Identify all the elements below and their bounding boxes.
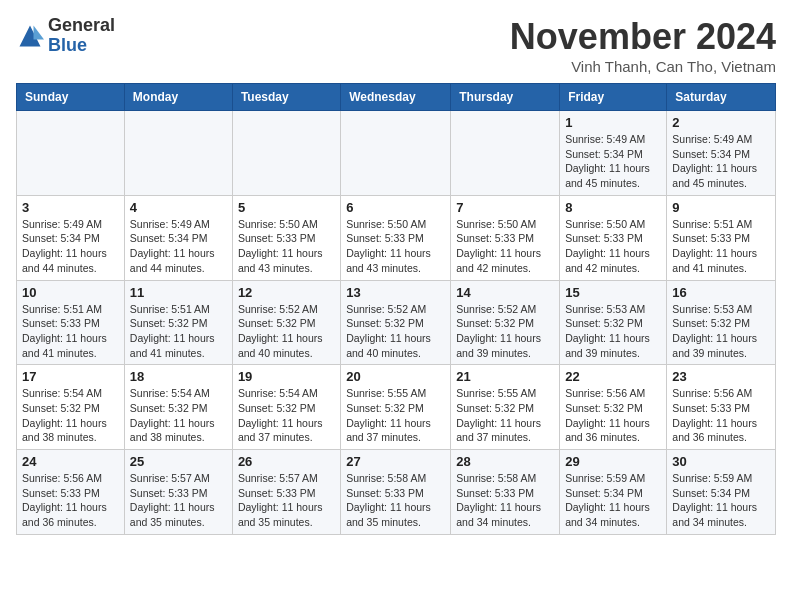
day-number: 1 — [565, 115, 661, 130]
day-number: 13 — [346, 285, 445, 300]
calendar-cell: 19Sunrise: 5:54 AM Sunset: 5:32 PM Dayli… — [232, 365, 340, 450]
day-info: Sunrise: 5:49 AM Sunset: 5:34 PM Dayligh… — [22, 217, 119, 276]
day-info: Sunrise: 5:57 AM Sunset: 5:33 PM Dayligh… — [238, 471, 335, 530]
logo-icon — [16, 22, 44, 50]
calendar-cell: 30Sunrise: 5:59 AM Sunset: 5:34 PM Dayli… — [667, 450, 776, 535]
weekday-header: Monday — [124, 84, 232, 111]
calendar-cell: 7Sunrise: 5:50 AM Sunset: 5:33 PM Daylig… — [451, 195, 560, 280]
calendar-week-row: 17Sunrise: 5:54 AM Sunset: 5:32 PM Dayli… — [17, 365, 776, 450]
calendar-cell: 10Sunrise: 5:51 AM Sunset: 5:33 PM Dayli… — [17, 280, 125, 365]
weekday-header: Tuesday — [232, 84, 340, 111]
weekday-header: Friday — [560, 84, 667, 111]
day-info: Sunrise: 5:56 AM Sunset: 5:32 PM Dayligh… — [565, 386, 661, 445]
day-info: Sunrise: 5:51 AM Sunset: 5:33 PM Dayligh… — [672, 217, 770, 276]
day-info: Sunrise: 5:55 AM Sunset: 5:32 PM Dayligh… — [346, 386, 445, 445]
day-info: Sunrise: 5:58 AM Sunset: 5:33 PM Dayligh… — [346, 471, 445, 530]
calendar-cell: 26Sunrise: 5:57 AM Sunset: 5:33 PM Dayli… — [232, 450, 340, 535]
day-info: Sunrise: 5:49 AM Sunset: 5:34 PM Dayligh… — [565, 132, 661, 191]
calendar-cell: 24Sunrise: 5:56 AM Sunset: 5:33 PM Dayli… — [17, 450, 125, 535]
day-info: Sunrise: 5:56 AM Sunset: 5:33 PM Dayligh… — [22, 471, 119, 530]
day-number: 25 — [130, 454, 227, 469]
day-number: 24 — [22, 454, 119, 469]
day-info: Sunrise: 5:50 AM Sunset: 5:33 PM Dayligh… — [565, 217, 661, 276]
day-info: Sunrise: 5:53 AM Sunset: 5:32 PM Dayligh… — [672, 302, 770, 361]
title-block: November 2024 Vinh Thanh, Can Tho, Vietn… — [510, 16, 776, 75]
day-number: 6 — [346, 200, 445, 215]
calendar-cell: 4Sunrise: 5:49 AM Sunset: 5:34 PM Daylig… — [124, 195, 232, 280]
day-info: Sunrise: 5:51 AM Sunset: 5:32 PM Dayligh… — [130, 302, 227, 361]
day-number: 10 — [22, 285, 119, 300]
month-title: November 2024 — [510, 16, 776, 58]
day-info: Sunrise: 5:57 AM Sunset: 5:33 PM Dayligh… — [130, 471, 227, 530]
day-info: Sunrise: 5:52 AM Sunset: 5:32 PM Dayligh… — [456, 302, 554, 361]
calendar-cell: 9Sunrise: 5:51 AM Sunset: 5:33 PM Daylig… — [667, 195, 776, 280]
logo-text: General Blue — [48, 16, 115, 56]
logo: General Blue — [16, 16, 115, 56]
day-info: Sunrise: 5:54 AM Sunset: 5:32 PM Dayligh… — [238, 386, 335, 445]
day-number: 8 — [565, 200, 661, 215]
day-number: 19 — [238, 369, 335, 384]
calendar-table: SundayMondayTuesdayWednesdayThursdayFrid… — [16, 83, 776, 535]
day-number: 14 — [456, 285, 554, 300]
calendar-cell — [17, 111, 125, 196]
calendar-cell: 3Sunrise: 5:49 AM Sunset: 5:34 PM Daylig… — [17, 195, 125, 280]
weekday-header: Wednesday — [341, 84, 451, 111]
calendar-cell — [451, 111, 560, 196]
day-info: Sunrise: 5:52 AM Sunset: 5:32 PM Dayligh… — [238, 302, 335, 361]
day-number: 18 — [130, 369, 227, 384]
day-number: 7 — [456, 200, 554, 215]
calendar-week-row: 1Sunrise: 5:49 AM Sunset: 5:34 PM Daylig… — [17, 111, 776, 196]
calendar-cell: 13Sunrise: 5:52 AM Sunset: 5:32 PM Dayli… — [341, 280, 451, 365]
day-info: Sunrise: 5:54 AM Sunset: 5:32 PM Dayligh… — [22, 386, 119, 445]
day-number: 28 — [456, 454, 554, 469]
day-info: Sunrise: 5:49 AM Sunset: 5:34 PM Dayligh… — [130, 217, 227, 276]
calendar-cell: 6Sunrise: 5:50 AM Sunset: 5:33 PM Daylig… — [341, 195, 451, 280]
calendar-body: 1Sunrise: 5:49 AM Sunset: 5:34 PM Daylig… — [17, 111, 776, 535]
day-info: Sunrise: 5:59 AM Sunset: 5:34 PM Dayligh… — [672, 471, 770, 530]
calendar-cell: 29Sunrise: 5:59 AM Sunset: 5:34 PM Dayli… — [560, 450, 667, 535]
calendar-cell: 28Sunrise: 5:58 AM Sunset: 5:33 PM Dayli… — [451, 450, 560, 535]
day-number: 17 — [22, 369, 119, 384]
calendar-cell: 23Sunrise: 5:56 AM Sunset: 5:33 PM Dayli… — [667, 365, 776, 450]
calendar-cell — [341, 111, 451, 196]
weekday-row: SundayMondayTuesdayWednesdayThursdayFrid… — [17, 84, 776, 111]
day-number: 21 — [456, 369, 554, 384]
day-number: 2 — [672, 115, 770, 130]
calendar-cell: 25Sunrise: 5:57 AM Sunset: 5:33 PM Dayli… — [124, 450, 232, 535]
weekday-header: Sunday — [17, 84, 125, 111]
day-info: Sunrise: 5:51 AM Sunset: 5:33 PM Dayligh… — [22, 302, 119, 361]
day-info: Sunrise: 5:52 AM Sunset: 5:32 PM Dayligh… — [346, 302, 445, 361]
calendar-cell: 2Sunrise: 5:49 AM Sunset: 5:34 PM Daylig… — [667, 111, 776, 196]
day-info: Sunrise: 5:54 AM Sunset: 5:32 PM Dayligh… — [130, 386, 227, 445]
calendar-cell: 17Sunrise: 5:54 AM Sunset: 5:32 PM Dayli… — [17, 365, 125, 450]
calendar-cell: 14Sunrise: 5:52 AM Sunset: 5:32 PM Dayli… — [451, 280, 560, 365]
weekday-header: Thursday — [451, 84, 560, 111]
calendar-week-row: 24Sunrise: 5:56 AM Sunset: 5:33 PM Dayli… — [17, 450, 776, 535]
day-number: 15 — [565, 285, 661, 300]
calendar-cell: 18Sunrise: 5:54 AM Sunset: 5:32 PM Dayli… — [124, 365, 232, 450]
day-number: 20 — [346, 369, 445, 384]
calendar-cell: 20Sunrise: 5:55 AM Sunset: 5:32 PM Dayli… — [341, 365, 451, 450]
calendar-cell: 16Sunrise: 5:53 AM Sunset: 5:32 PM Dayli… — [667, 280, 776, 365]
day-info: Sunrise: 5:50 AM Sunset: 5:33 PM Dayligh… — [346, 217, 445, 276]
location: Vinh Thanh, Can Tho, Vietnam — [510, 58, 776, 75]
calendar-cell: 21Sunrise: 5:55 AM Sunset: 5:32 PM Dayli… — [451, 365, 560, 450]
day-info: Sunrise: 5:55 AM Sunset: 5:32 PM Dayligh… — [456, 386, 554, 445]
day-number: 22 — [565, 369, 661, 384]
day-number: 3 — [22, 200, 119, 215]
page-header: General Blue November 2024 Vinh Thanh, C… — [16, 16, 776, 75]
day-number: 4 — [130, 200, 227, 215]
calendar-cell: 12Sunrise: 5:52 AM Sunset: 5:32 PM Dayli… — [232, 280, 340, 365]
day-number: 9 — [672, 200, 770, 215]
day-number: 11 — [130, 285, 227, 300]
calendar-cell: 27Sunrise: 5:58 AM Sunset: 5:33 PM Dayli… — [341, 450, 451, 535]
day-info: Sunrise: 5:49 AM Sunset: 5:34 PM Dayligh… — [672, 132, 770, 191]
day-info: Sunrise: 5:53 AM Sunset: 5:32 PM Dayligh… — [565, 302, 661, 361]
day-info: Sunrise: 5:50 AM Sunset: 5:33 PM Dayligh… — [456, 217, 554, 276]
calendar-cell: 11Sunrise: 5:51 AM Sunset: 5:32 PM Dayli… — [124, 280, 232, 365]
calendar-cell — [124, 111, 232, 196]
calendar-week-row: 10Sunrise: 5:51 AM Sunset: 5:33 PM Dayli… — [17, 280, 776, 365]
calendar-header: SundayMondayTuesdayWednesdayThursdayFrid… — [17, 84, 776, 111]
calendar-cell: 5Sunrise: 5:50 AM Sunset: 5:33 PM Daylig… — [232, 195, 340, 280]
day-info: Sunrise: 5:50 AM Sunset: 5:33 PM Dayligh… — [238, 217, 335, 276]
